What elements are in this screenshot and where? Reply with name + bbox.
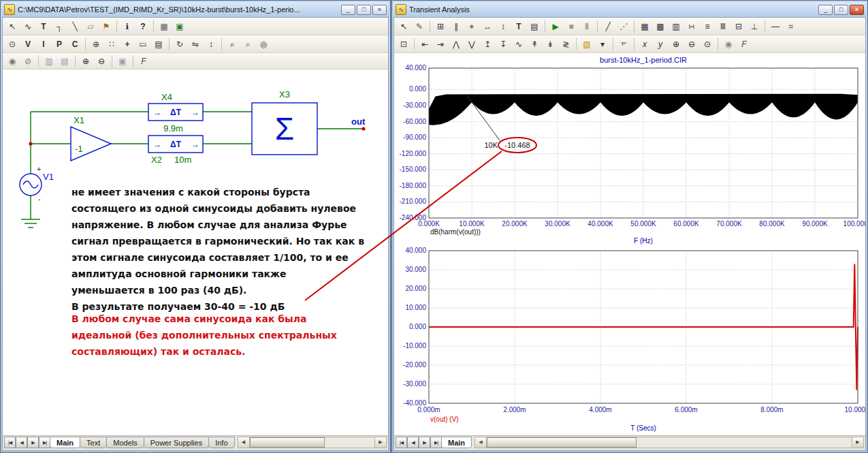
run-icon[interactable]: ▶ — [548, 19, 563, 34]
region-enable-icon[interactable]: ▦ — [157, 19, 172, 34]
border-toggle-icon[interactable]: ▭ — [135, 37, 150, 52]
zoom-out-icon[interactable]: ⊖ — [94, 54, 109, 69]
diagonal-wire-tool-icon[interactable]: ╲ — [67, 19, 82, 34]
wire-tool-icon[interactable]: ┐ — [52, 19, 67, 34]
restore-button[interactable]: □ — [357, 5, 371, 15]
analysis-window-titlebar[interactable]: ∿ Transient Analysis _ □ × — [393, 2, 866, 17]
schematic-canvas[interactable]: V1 + - X1 -1 X4 9.9m X2 10m X3 → ΔT → → … — [3, 69, 388, 435]
zoom-in-icon[interactable]: ⊕ — [669, 37, 684, 52]
help-mode-icon[interactable]: ? — [135, 19, 150, 34]
analysis-plots[interactable]: 0.000K10.000K20.000K30.000K40.000K50.000… — [394, 53, 865, 435]
info-mode-icon[interactable]: ℹ — [120, 19, 135, 34]
restore-button[interactable]: □ — [834, 5, 848, 15]
grid-toggle-icon[interactable]: ∷ — [104, 37, 119, 52]
minimize-button[interactable]: _ — [818, 5, 833, 15]
current-display-icon[interactable]: I — [36, 37, 51, 52]
cursor-mode-icon[interactable]: ∥ — [449, 19, 464, 34]
function-key-icon[interactable]: F — [737, 37, 752, 52]
open-plot-icon[interactable]: ▨ — [579, 37, 594, 52]
zoom-out-icon[interactable]: ⊖ — [684, 37, 699, 52]
last-tab-button[interactable]: ▶| — [39, 437, 50, 448]
stop-icon[interactable]: ■ — [564, 19, 579, 34]
next-left-icon[interactable]: ⇤ — [417, 37, 432, 52]
data-points-icon[interactable]: ▦ — [637, 19, 652, 34]
minimize-button[interactable]: _ — [341, 5, 355, 15]
dashed-line-tool-icon[interactable]: ⋰ — [616, 19, 631, 34]
scroll-thumb[interactable] — [487, 437, 637, 448]
next-tab-button[interactable]: ▶ — [419, 437, 430, 448]
prev-tab-button[interactable]: ◀ — [16, 437, 27, 448]
pause-icon[interactable]: Ⅱ — [579, 19, 594, 34]
close-button[interactable]: × — [850, 5, 864, 15]
text-tool-icon[interactable]: T — [36, 19, 51, 34]
ruler-icon[interactable]: ▥ — [669, 19, 684, 34]
flag-tool-icon[interactable]: ⚑ — [99, 19, 114, 34]
top-edge-icon[interactable]: ≷ — [558, 37, 573, 52]
rotate-icon[interactable]: ↻ — [172, 37, 187, 52]
global-high-icon[interactable]: ↟ — [527, 37, 542, 52]
page-image-icon[interactable]: ▣ — [115, 54, 130, 69]
node-voltage-icon[interactable]: V — [20, 37, 35, 52]
scale-mode-icon[interactable]: ⊞ — [433, 19, 448, 34]
horizontal-tag-icon[interactable]: ↔ — [480, 19, 495, 34]
component-tool-icon[interactable]: ∿ — [20, 19, 35, 34]
last-tab-button[interactable]: ▶| — [430, 437, 442, 448]
scroll-left-button[interactable]: ◀ — [475, 437, 487, 448]
graphics-tool-icon[interactable]: ▱ — [83, 19, 98, 34]
flip-vertical-icon[interactable]: ↕ — [204, 37, 219, 52]
scroll-right-button[interactable]: ▶ — [374, 437, 386, 448]
horizontal-grids-icon[interactable]: ≡ — [700, 19, 715, 34]
horizontal-cursor-icon[interactable]: ― — [768, 19, 783, 34]
vertical-tag-icon[interactable]: ↕ — [496, 19, 511, 34]
analysis-hscrollbar[interactable]: ◀ ▶ — [475, 437, 864, 448]
global-low-icon[interactable]: ↡ — [543, 37, 558, 52]
sync-cursors-icon[interactable]: ⌗ — [784, 19, 799, 34]
tokens-icon[interactable]: ▩ — [653, 19, 668, 34]
analysis-plot-area[interactable]: 0.000K10.000K20.000K30.000K40.000K50.000… — [394, 53, 865, 435]
step-back-icon[interactable]: ◉ — [5, 54, 20, 69]
bias-display-icon[interactable]: ⊙ — [5, 37, 20, 52]
peak-icon[interactable]: ⋀ — [449, 37, 464, 52]
tab-models[interactable]: Models — [106, 437, 144, 448]
schematic-window-titlebar[interactable]: ∿ C:\MC9\DATA\Petrov\TEST_(IMD_RIMD_Kr_S… — [2, 2, 389, 17]
open-plot-caret-icon[interactable]: ▾ — [595, 37, 610, 52]
high-icon[interactable]: ↥ — [480, 37, 495, 52]
inflection-icon[interactable]: ∿ — [511, 37, 526, 52]
properties-icon[interactable]: ▤ — [527, 19, 542, 34]
minor-grids-icon[interactable]: ⊟ — [731, 19, 746, 34]
copy-region-icon[interactable]: ▤ — [57, 54, 72, 69]
color-palette-icon[interactable]: ▣ — [172, 19, 187, 34]
tab-info[interactable]: Info — [208, 437, 234, 448]
baseline-icon[interactable]: ⊥ — [747, 19, 762, 34]
schematic-hscrollbar[interactable]: ◀ ▶ — [238, 437, 387, 448]
zoom-fit-icon[interactable]: ⊙ — [700, 37, 715, 52]
apostrophe-p-icon[interactable]: 'P' — [616, 37, 631, 52]
valley-icon[interactable]: ⋁ — [464, 37, 479, 52]
go-to-x-icon[interactable]: x — [637, 37, 652, 52]
cycle-colors-icon[interactable]: ◉ — [721, 37, 736, 52]
next-right-icon[interactable]: ⇥ — [433, 37, 448, 52]
step-forward-icon[interactable]: ⊘ — [20, 54, 35, 69]
select-tool-icon[interactable]: ↖ — [396, 19, 411, 34]
zoom-in-icon[interactable]: ⊕ — [78, 54, 93, 69]
copy-page-icon[interactable]: ▥ — [42, 54, 57, 69]
prev-tab-button[interactable]: ◀ — [407, 437, 419, 448]
cross-hair-icon[interactable]: + — [120, 37, 135, 52]
power-display-icon[interactable]: P — [52, 37, 67, 52]
scroll-right-button[interactable]: ▶ — [852, 437, 863, 448]
go-to-y-icon[interactable]: y — [653, 37, 668, 52]
title-block-icon[interactable]: ▤ — [151, 37, 166, 52]
vertical-grids-icon[interactable]: Ⅲ — [716, 19, 730, 34]
first-tab-button[interactable]: |◀ — [396, 437, 407, 448]
flip-horizontal-icon[interactable]: ⇋ — [188, 37, 203, 52]
next-tab-button[interactable]: ▶ — [27, 437, 39, 448]
select-tool-icon[interactable]: ↖ — [5, 19, 20, 34]
annotation-tool-icon[interactable]: ✎ — [412, 19, 427, 34]
find-component-icon[interactable]: ◎ — [256, 37, 271, 52]
repeat-find-icon[interactable]: ⌕ — [240, 37, 255, 52]
scroll-left-button[interactable]: ◀ — [238, 437, 250, 448]
tab-main[interactable]: Main — [441, 437, 472, 448]
scroll-thumb[interactable] — [250, 437, 325, 448]
first-tab-button[interactable]: |◀ — [4, 437, 16, 448]
tab-main[interactable]: Main — [50, 437, 80, 448]
